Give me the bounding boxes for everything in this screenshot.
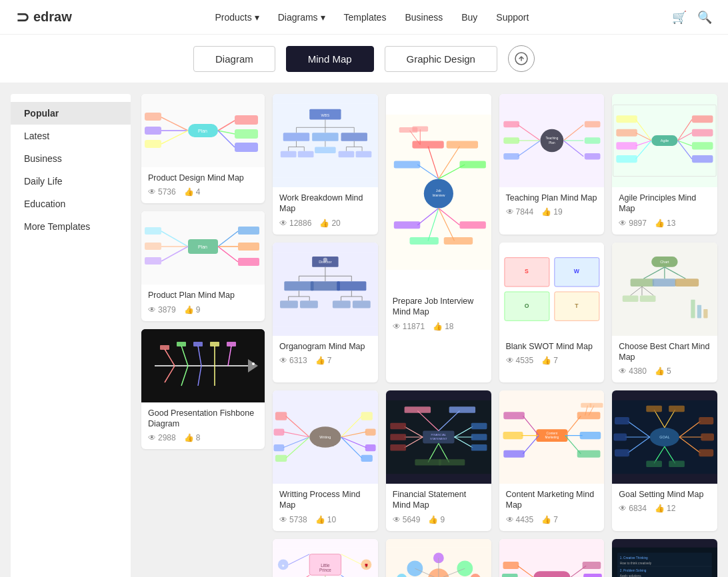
svg-text:Writing: Writing xyxy=(319,435,331,439)
likes-stat: 👍 19 xyxy=(541,207,562,217)
svg-text:Apply solutions: Apply solutions xyxy=(620,574,641,577)
sidebar-item-daily-life[interactable]: Daily Life xyxy=(11,170,131,193)
svg-text:1. Creative Thinking: 1. Creative Thinking xyxy=(620,556,648,560)
nav-products[interactable]: Products ▾ xyxy=(215,12,259,23)
main-content: Popular Latest Business Daily Life Educa… xyxy=(0,83,728,577)
card-colorful-bubble xyxy=(386,539,491,578)
svg-text:🌹: 🌹 xyxy=(364,562,369,568)
search-icon[interactable]: 🔍 xyxy=(697,10,712,25)
svg-rect-308 xyxy=(582,561,601,568)
sidebar-item-more-templates[interactable]: More Templates xyxy=(11,215,131,238)
svg-text:FINANCIAL: FINANCIAL xyxy=(431,433,446,436)
svg-rect-46 xyxy=(193,342,203,346)
nav-business[interactable]: Business xyxy=(405,12,443,23)
sidebar-item-business[interactable]: Business xyxy=(11,147,131,170)
like-icon: 👍 xyxy=(541,356,551,365)
nav-templates[interactable]: Templates xyxy=(344,12,387,23)
thumb-fishbone xyxy=(141,329,265,402)
svg-rect-79 xyxy=(412,141,443,149)
card-product-plan: Plan xyxy=(141,211,265,320)
svg-rect-72 xyxy=(339,151,355,157)
card-dark-map2: 1. Creative Thinking How to think creati… xyxy=(612,539,717,578)
svg-rect-107 xyxy=(503,153,519,159)
upload-button[interactable] xyxy=(508,45,535,72)
cart-icon[interactable]: 🛒 xyxy=(672,10,687,25)
svg-rect-91 xyxy=(409,237,438,245)
views-stat: 👁 4535 xyxy=(506,356,534,365)
svg-text:Job: Job xyxy=(436,189,441,193)
sidebar: Popular Latest Business Daily Life Educa… xyxy=(11,94,131,577)
sidebar-item-latest[interactable]: Latest xyxy=(11,125,131,147)
svg-rect-255 xyxy=(615,449,629,456)
content-area: Plan xyxy=(141,94,717,577)
card-title: Product Design Mind Map xyxy=(148,173,258,183)
nav-buy[interactable]: Buy xyxy=(461,12,477,23)
eye-icon: 👁 xyxy=(393,515,401,524)
card-info-product-plan: Product Plan Mind Map 👁 3879 👍 9 xyxy=(141,285,265,320)
logo-icon: ⊃ xyxy=(16,8,29,27)
svg-rect-220 xyxy=(390,434,406,440)
svg-rect-22 xyxy=(238,243,259,251)
views-stat: 👁 6313 xyxy=(279,356,307,365)
nav-support[interactable]: Support xyxy=(496,12,529,23)
svg-text:How to think creatively: How to think creatively xyxy=(620,561,652,564)
svg-rect-156 xyxy=(333,300,351,308)
views-stat: 👁 5736 xyxy=(148,187,176,197)
svg-rect-9 xyxy=(235,143,258,152)
svg-rect-181 xyxy=(691,299,695,318)
svg-text:Interview: Interview xyxy=(432,194,445,197)
svg-point-43 xyxy=(252,362,255,365)
svg-text:Chart: Chart xyxy=(660,260,669,264)
card-goal-setting: GOAL xyxy=(612,390,717,531)
nav-diagrams[interactable]: Diagrams ▾ xyxy=(278,12,325,23)
svg-rect-113 xyxy=(584,153,600,159)
svg-rect-316 xyxy=(501,574,517,577)
likes-stat: 👍 9 xyxy=(428,515,445,524)
card-info-organogram: Organogram Mind Map 👁 6313 👍 7 xyxy=(273,336,378,372)
svg-rect-13 xyxy=(145,127,161,135)
views-stat: 👁 5649 xyxy=(393,515,421,524)
likes-stat: 👍 7 xyxy=(541,515,558,524)
likes-stat: 👍 8 xyxy=(184,433,201,442)
card-title: Prepare Job Interview Mind Map xyxy=(393,296,485,318)
svg-rect-30 xyxy=(145,257,161,265)
svg-rect-200 xyxy=(365,444,376,451)
svg-rect-131 xyxy=(617,142,638,149)
tab-mindmap[interactable]: Mind Map xyxy=(286,46,374,72)
svg-rect-216 xyxy=(471,444,487,450)
svg-rect-121 xyxy=(692,129,713,137)
card-info-financial: Financial Statement Mind Map 👁 5649 👍 9 xyxy=(386,484,491,531)
views-stat: 👁 6834 xyxy=(619,504,647,513)
svg-rect-64 xyxy=(281,151,297,157)
sidebar-item-popular[interactable]: Popular xyxy=(11,102,131,125)
svg-point-290 xyxy=(407,560,423,576)
svg-rect-151 xyxy=(300,300,318,308)
eye-icon: 👁 xyxy=(619,219,627,228)
sidebar-item-education[interactable]: Education xyxy=(11,193,131,215)
svg-rect-87 xyxy=(394,221,420,229)
svg-text:W: W xyxy=(573,268,579,275)
card-title: Goal Setting Mind Map xyxy=(619,489,711,500)
svg-text:Content: Content xyxy=(546,432,557,435)
logo[interactable]: ⊃ edraw xyxy=(16,8,72,27)
card-info-writing-process: Writting Process Mind Map 👁 5738 👍 10 xyxy=(273,484,378,531)
svg-rect-85 xyxy=(459,161,485,169)
like-icon: 👍 xyxy=(184,305,194,314)
views-stat: 👁 11871 xyxy=(393,322,425,331)
svg-text:Little: Little xyxy=(321,563,330,568)
card-content-marketing: Content Marketing xyxy=(499,390,605,531)
svg-rect-242 xyxy=(503,450,525,458)
eye-icon: 👁 xyxy=(619,366,627,376)
svg-rect-257 xyxy=(699,417,713,424)
tab-graphic-design[interactable]: Graphic Design xyxy=(385,46,497,72)
svg-rect-83 xyxy=(394,161,420,169)
eye-icon: 👁 xyxy=(279,515,287,524)
card-stats: 👁 5649 👍 9 xyxy=(393,515,485,524)
svg-rect-238 xyxy=(503,412,525,419)
svg-rect-180 xyxy=(640,295,656,301)
svg-rect-65 xyxy=(298,151,314,157)
svg-rect-196 xyxy=(361,412,373,420)
card-stats: 👁 6313 👍 7 xyxy=(279,356,371,365)
svg-rect-174 xyxy=(653,279,676,287)
tab-diagram[interactable]: Diagram xyxy=(193,46,275,72)
